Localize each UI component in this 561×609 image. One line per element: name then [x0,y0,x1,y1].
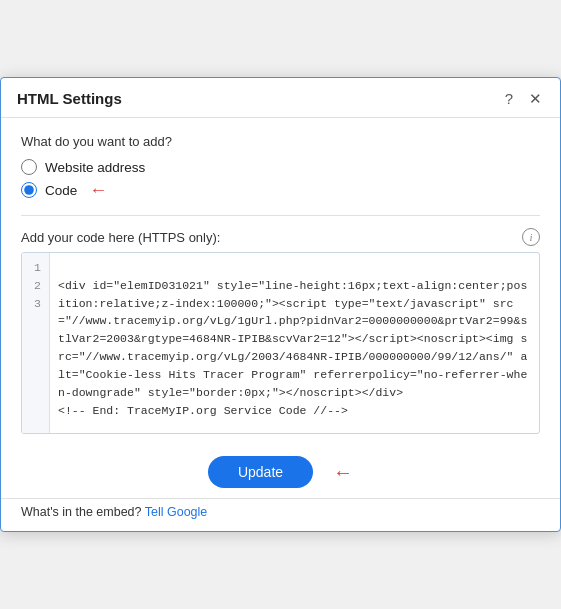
dialog-body: What do you want to add? Website address… [1,118,560,444]
footer-bottom: What's in the embed? Tell Google [1,498,560,531]
header-icons: ? ✕ [503,91,544,106]
code-lines: 1 2 3 <div id="elemID031021" style="line… [22,253,539,433]
dialog-header: HTML Settings ? ✕ [1,78,560,118]
code-arrow-icon: ← [89,181,107,199]
code-textarea-wrapper: 1 2 3 <div id="elemID031021" style="line… [21,252,540,434]
html-settings-dialog: HTML Settings ? ✕ What do you want to ad… [0,77,561,532]
dialog-title: HTML Settings [17,90,122,107]
divider [21,215,540,216]
code-section-header: Add your code here (HTTPS only): i [21,228,540,246]
dialog-footer: Update ← [1,444,560,498]
update-button[interactable]: Update [208,456,313,488]
radio-code[interactable] [21,182,37,198]
code-content[interactable]: <div id="elemID031021" style="line-heigh… [50,253,539,433]
update-arrow-icon: ← [333,461,353,484]
radio-code-label: Code [45,183,77,198]
info-icon[interactable]: i [522,228,540,246]
what-label: What do you want to add? [21,134,540,149]
radio-website-row[interactable]: Website address [21,159,540,175]
radio-group: Website address Code ← [21,159,540,199]
line-numbers: 1 2 3 [22,253,50,433]
footer-text: What's in the embed? Tell Google [21,505,207,519]
line-num-2: 2 [30,277,41,295]
tell-google-link[interactable]: Tell Google [145,505,208,519]
radio-website-label: Website address [45,160,145,175]
code-section-label: Add your code here (HTTPS only): [21,230,220,245]
help-button[interactable]: ? [503,91,515,106]
line-num-3: 3 [30,295,41,313]
radio-website[interactable] [21,159,37,175]
close-button[interactable]: ✕ [527,91,544,106]
radio-code-row[interactable]: Code ← [21,181,540,199]
line-num-1: 1 [30,259,41,277]
